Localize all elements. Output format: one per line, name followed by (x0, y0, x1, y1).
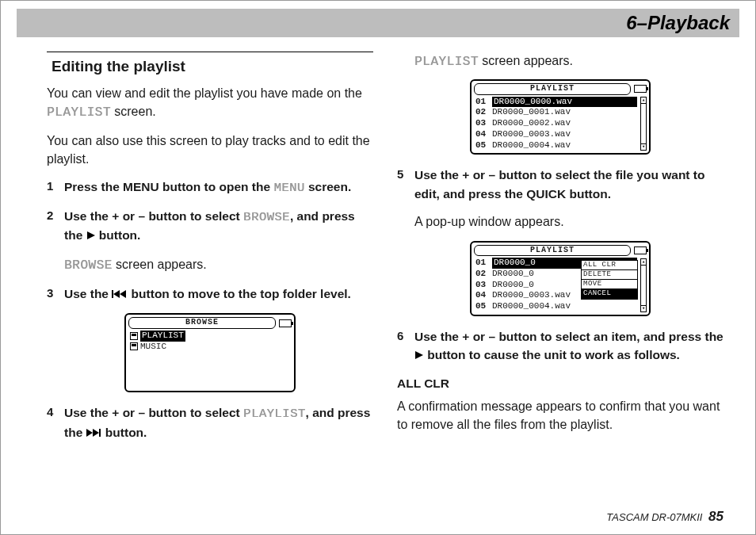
step-3: 3 Use the button to move to the top fold… (47, 285, 373, 304)
left-column: Editing the playlist You can view and ed… (47, 52, 373, 452)
text: screen appears. (479, 54, 573, 67)
popup-item-selected: CANCEL (582, 289, 637, 298)
screen-term-menu: MENU (273, 181, 304, 195)
all-clr-heading: ALL CLR (397, 375, 724, 392)
svg-marker-2 (113, 290, 120, 298)
row-index: 04 (475, 290, 490, 301)
screen-term-playlist: PLAYLIST (47, 105, 111, 120)
lcd-list: 01DR0000_0000.wav 02DR0000_0001.wav 03DR… (474, 97, 647, 151)
step-number: 2 (47, 207, 53, 224)
manual-page: 6–Playback Editing the playlist You can … (0, 0, 756, 535)
steps-list-left: 1 Press the MENU button to open the MENU… (47, 178, 373, 245)
play-icon (414, 347, 424, 365)
row-filename: DR0000_0001.wav (492, 107, 637, 118)
step-text: Press the MENU button to open the MENU s… (64, 180, 351, 193)
svg-marker-7 (415, 351, 423, 359)
step-text: Use the + or – button to select PLAYLIST… (64, 406, 370, 438)
lcd-row: 02DR0000_0001.wav (474, 107, 639, 118)
page-footer: TASCAM DR-07MKII 85 (606, 509, 724, 525)
step-2: 2 Use the + or – button to select BROWSE… (47, 207, 373, 246)
lcd-popup-menu: ALL CLR DELETE MOVE CANCEL (581, 260, 638, 300)
battery-icon (634, 85, 647, 93)
row-filename: DR0000_0004.wav (492, 140, 637, 151)
footer-model: TASCAM DR-07MKII (606, 511, 702, 523)
lcd-title: PLAYLIST (474, 83, 631, 95)
play-icon (86, 227, 96, 245)
lcd-title: BROWSE (128, 317, 276, 329)
text: screen. (111, 105, 156, 118)
row-index: 03 (475, 280, 490, 291)
svg-marker-5 (93, 429, 99, 437)
lcd-item-label: PLAYLIST (140, 331, 185, 342)
svg-rect-1 (112, 290, 113, 298)
popup-item: ALL CLR (582, 261, 637, 270)
lcd-title-row: PLAYLIST (474, 245, 647, 257)
lcd-scrollbar: ▴▾ (640, 97, 647, 151)
text: screen. (305, 180, 352, 193)
browse-appears: BROWSE screen appears. (47, 255, 373, 275)
content-columns: Editing the playlist You can view and ed… (1, 37, 755, 452)
folder-icon (130, 342, 138, 350)
lcd-playlist1-wrap: PLAYLIST 01DR0000_0000.wav 02DR0000_0001… (397, 79, 724, 155)
lcd-row: PLAYLIST (128, 331, 292, 342)
footer-page-number: 85 (708, 509, 724, 524)
svg-marker-3 (120, 290, 126, 298)
battery-icon (279, 319, 292, 327)
step-5: 5 Use the + or – button to select the fi… (397, 166, 724, 203)
svg-marker-4 (86, 429, 93, 437)
screen-term-browse: BROWSE (243, 210, 290, 224)
lcd-playlist-popup-screen: PLAYLIST 01DR0000_0 02DR0000_0 03DR0000_… (470, 241, 651, 316)
skip-back-icon (112, 286, 128, 304)
row-index: 02 (475, 107, 490, 118)
lcd-title-row: PLAYLIST (474, 83, 647, 95)
step-number: 5 (397, 166, 403, 183)
step-number: 6 (397, 327, 403, 345)
text: button to cause the unit to work as foll… (424, 348, 680, 361)
step-number: 4 (47, 403, 53, 421)
text: You can view and edit the playlist you h… (47, 86, 362, 100)
row-index: 05 (475, 140, 490, 151)
row-filename: DR0000_0002.wav (492, 118, 637, 129)
svg-rect-6 (99, 429, 101, 437)
screen-term-playlist: PLAYLIST (243, 407, 305, 421)
section-heading: Editing the playlist (47, 52, 373, 79)
step-number: 1 (47, 178, 53, 195)
text: Use the + or – button to select (64, 209, 243, 223)
lcd-item-label: MUSIC (140, 342, 166, 353)
lcd-scrollbar: ▴▾ (640, 258, 647, 312)
steps-list-right-b: 6 Use the + or – button to select an ite… (397, 327, 724, 365)
step-text: Use the + or – button to select an item,… (414, 330, 724, 361)
popup-item: MOVE (582, 280, 637, 289)
lcd-browse-screen: BROWSE PLAYLIST MUSIC (124, 313, 296, 392)
lcd-title: PLAYLIST (474, 245, 631, 257)
intro-paragraph-1: You can view and edit the playlist you h… (47, 84, 373, 122)
steps-list-left-c: 4 Use the + or – button to select PLAYLI… (47, 403, 373, 442)
chapter-title: 6–Playback (626, 12, 730, 34)
lcd-browse-wrap: BROWSE PLAYLIST MUSIC (47, 313, 373, 392)
row-filename: DR0000_0000.wav (492, 97, 637, 108)
right-column: PLAYLIST screen appears. PLAYLIST 01DR00… (397, 52, 724, 452)
lcd-row: 04DR0000_0003.wav (474, 129, 639, 140)
step-number: 3 (47, 285, 53, 302)
screen-term-playlist: PLAYLIST (414, 55, 479, 69)
text: button to move to the top folder level. (128, 287, 351, 300)
row-index: 05 (475, 301, 490, 312)
lcd-row: 01DR0000_0000.wav (474, 97, 639, 108)
screen-term-browse: BROWSE (64, 258, 113, 273)
text: screen appears. (113, 258, 207, 271)
playlist-appears: PLAYLIST screen appears. (414, 52, 724, 71)
step-text: Use the button to move to the top folder… (64, 287, 351, 300)
text: Use the + or – button to select an item,… (414, 330, 724, 343)
lcd-list: PLAYLIST MUSIC (128, 331, 292, 353)
battery-icon (634, 246, 647, 254)
row-index: 01 (475, 258, 490, 269)
step-1: 1 Press the MENU button to open the MENU… (47, 178, 373, 197)
lcd-title-row: BROWSE (128, 317, 292, 329)
all-clr-body: A confirmation message appears to confir… (397, 397, 724, 434)
step-4: 4 Use the + or – button to select PLAYLI… (47, 403, 373, 442)
lcd-playlist-screen: PLAYLIST 01DR0000_0000.wav 02DR0000_0001… (470, 79, 651, 155)
skip-forward-icon (86, 425, 102, 442)
chapter-header-bar: 6–Playback (17, 9, 739, 37)
text: Use the (64, 287, 112, 300)
step-6: 6 Use the + or – button to select an ite… (397, 327, 724, 365)
